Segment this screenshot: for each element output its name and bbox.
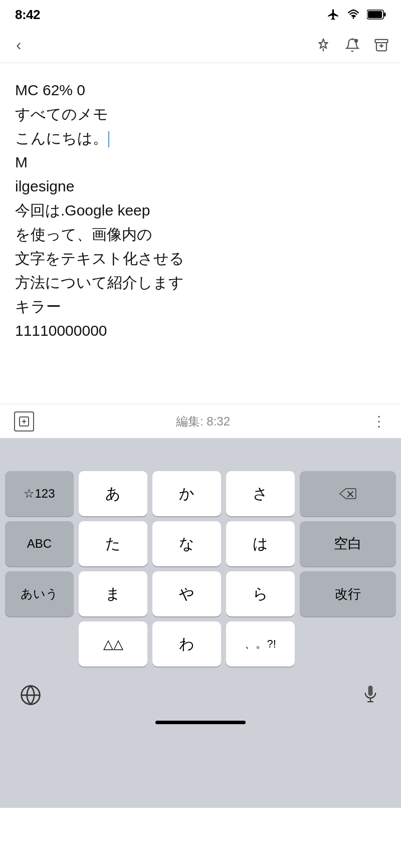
- home-indicator: [3, 717, 398, 730]
- svg-rect-2: [368, 11, 382, 18]
- svg-rect-6: [375, 39, 388, 42]
- key-backspace[interactable]: [300, 471, 396, 516]
- key-ma[interactable]: ま: [79, 571, 147, 616]
- keyboard-row-3a: あいう ま や ら 改行: [5, 571, 396, 616]
- note-text: MC 62% 0 すべてのメモ こんにちは。 M ilgesigne 今回は.G…: [15, 78, 386, 343]
- airplane-icon: [327, 8, 340, 21]
- key-wa[interactable]: わ: [152, 621, 221, 667]
- text-cursor: [108, 131, 109, 147]
- keyboard-rows: ☆123 あ か さ ABC た な は 空白 あいう ま や: [3, 471, 398, 667]
- keyboard-row-1: ☆123 あ か さ: [5, 471, 396, 516]
- key-ha[interactable]: は: [226, 521, 295, 566]
- globe-button[interactable]: [13, 678, 48, 713]
- key-space[interactable]: 空白: [300, 521, 396, 566]
- microphone-button[interactable]: [353, 678, 388, 713]
- svg-point-5: [354, 39, 358, 43]
- key-abc[interactable]: ABC: [5, 521, 74, 566]
- svg-rect-1: [384, 13, 386, 17]
- battery-icon: [367, 9, 386, 20]
- key-ya[interactable]: や: [152, 571, 221, 616]
- nav-actions: [316, 38, 389, 53]
- wifi-icon: [346, 8, 361, 21]
- home-bar: [155, 721, 246, 724]
- status-time: 8:42: [15, 7, 40, 23]
- key-aiu[interactable]: あいう: [5, 571, 74, 616]
- status-bar: 8:42: [0, 0, 401, 27]
- keyboard-row-2: ABC た な は 空白: [5, 521, 396, 566]
- back-button[interactable]: ‹: [12, 34, 26, 56]
- edit-timestamp: 編集: 8:32: [176, 413, 230, 429]
- bottom-bar: 編集: 8:32 ⋮: [0, 404, 401, 438]
- status-icons: [327, 8, 386, 21]
- key-ra[interactable]: ら: [226, 571, 295, 616]
- note-content[interactable]: MC 62% 0 すべてのメモ こんにちは。 M ilgesigne 今回は.G…: [0, 63, 401, 404]
- keyboard-bottom-row: [3, 672, 398, 717]
- key-ka[interactable]: か: [152, 471, 221, 516]
- nav-bar: ‹: [0, 27, 401, 63]
- key-sa[interactable]: さ: [226, 471, 295, 516]
- keyboard: ☆123 あ か さ ABC た な は 空白 あいう ま や: [0, 438, 401, 808]
- more-options-button[interactable]: ⋮: [372, 413, 387, 429]
- key-sym123[interactable]: ☆123: [5, 471, 74, 516]
- add-button[interactable]: [14, 411, 34, 431]
- keyboard-row-3b: △△ わ 、。?!: [5, 621, 396, 667]
- archive-icon[interactable]: [374, 38, 389, 53]
- key-na[interactable]: な: [152, 521, 221, 566]
- pin-icon[interactable]: [316, 38, 331, 53]
- key-dakuten[interactable]: △△: [79, 621, 147, 667]
- svg-rect-15: [368, 686, 373, 696]
- key-return[interactable]: 改行: [300, 571, 396, 616]
- bell-alert-icon[interactable]: [345, 38, 360, 53]
- keyboard-space-area: [48, 678, 353, 713]
- key-ta[interactable]: た: [79, 521, 147, 566]
- key-a[interactable]: あ: [79, 471, 147, 516]
- key-punctuation[interactable]: 、。?!: [226, 621, 295, 667]
- predictive-bar: [3, 444, 398, 471]
